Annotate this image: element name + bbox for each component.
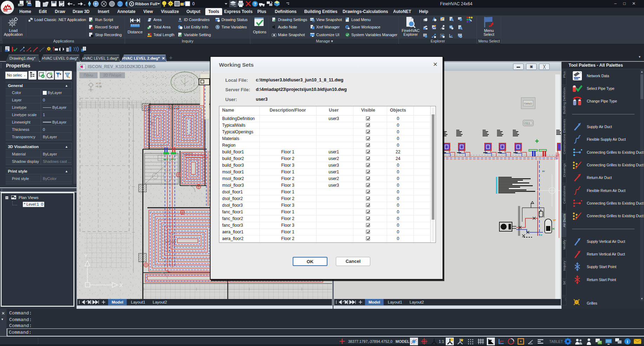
svg-text:MODEL: MODEL	[396, 339, 410, 344]
svg-text:av: av	[542, 170, 545, 172]
svg-text:i: i	[627, 339, 628, 344]
svg-text:Ribbon Full: Ribbon Full	[135, 2, 157, 6]
svg-text:1:1: 1:1	[439, 339, 444, 344]
svg-text:ΠΑΝΩ: ΠΑΝΩ	[524, 102, 532, 105]
svg-text:TABLET: TABLET	[549, 339, 563, 344]
svg-text:BLD: BLD	[27, 1, 31, 3]
svg-text:0: 0	[192, 1, 195, 6]
svg-text:4M: 4M	[3, 9, 8, 12]
svg-text:Y: Y	[84, 253, 88, 259]
svg-text:ΠΣΣ: ΠΣΣ	[525, 122, 530, 125]
svg-text:?: ?	[254, 2, 256, 7]
svg-text:BLD: BLD	[18, 4, 22, 6]
svg-text:X: X	[119, 282, 123, 288]
svg-text:+9.38: +9.38	[95, 85, 102, 88]
svg-text:-4.10: -4.10	[95, 82, 101, 85]
svg-text:38377.1797,-37894.4752,0: 38377.1797,-37894.4752,0	[348, 339, 392, 344]
